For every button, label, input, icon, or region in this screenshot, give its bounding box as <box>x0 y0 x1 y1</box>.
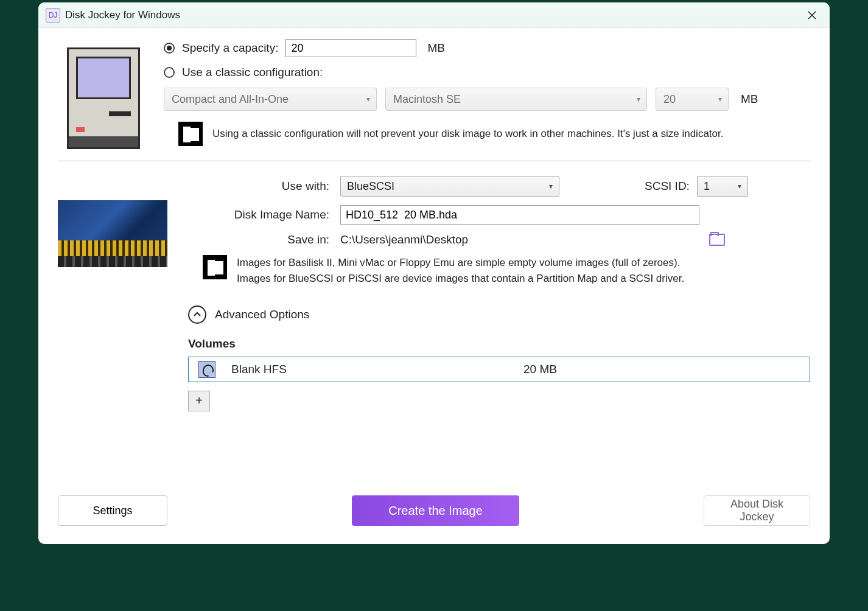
chevron-up-icon <box>188 306 206 324</box>
browse-folder-button[interactable] <box>709 234 725 246</box>
settings-button[interactable]: Settings <box>58 495 167 526</box>
window-title: Disk Jockey for Windows <box>65 9 180 21</box>
imagename-label: Disk Image Name: <box>188 208 340 222</box>
classic-config-label: Use a classic configuration: <box>182 66 323 79</box>
usewith-dropdown[interactable]: BlueSCSI ▾ <box>340 176 559 197</box>
volumes-table: Blank HFS 20 MB <box>188 357 810 382</box>
bluescsi-illustration <box>58 173 173 411</box>
close-button[interactable] <box>802 5 822 26</box>
app-window: DJ Disk Jockey for Windows S <box>38 2 830 544</box>
volumes-heading: Volumes <box>188 337 810 351</box>
usewith-value: BlueSCSI <box>347 180 394 193</box>
advanced-options-toggle[interactable]: Advanced Options <box>188 306 810 324</box>
savein-path: C:\Users\jeanmi\Desktop <box>340 233 468 246</box>
volume-name: Blank HFS <box>231 363 523 376</box>
classic-size-unit: MB <box>741 93 758 106</box>
close-icon <box>807 10 817 20</box>
scsi-id-dropdown[interactable]: 1 ▾ <box>697 176 748 197</box>
capacity-unit: MB <box>427 41 445 55</box>
classic-model-value: Macintosh SE <box>393 93 461 106</box>
classic-size-dropdown[interactable]: 20 ▾ <box>656 88 729 111</box>
image-type-info: Images for Basilisk II, Mini vMac or Flo… <box>237 255 684 287</box>
capacity-input[interactable] <box>285 39 416 57</box>
volume-row[interactable]: Blank HFS 20 MB <box>189 357 810 382</box>
specify-capacity-label: Specify a capacity: <box>182 41 278 55</box>
classic-model-dropdown[interactable]: Macintosh SE ▾ <box>385 88 647 111</box>
radio-classic-config[interactable] <box>164 67 175 78</box>
usewith-label: Use with: <box>188 180 340 193</box>
scsi-id-label: SCSI ID: <box>645 180 690 193</box>
advanced-options-label: Advanced Options <box>215 308 309 321</box>
volume-size: 20 MB <box>523 363 557 376</box>
finder-icon <box>198 361 215 378</box>
info-icon <box>203 255 227 279</box>
classic-info-text: Using a classic configuration will not p… <box>212 126 723 142</box>
radio-specify-capacity[interactable] <box>164 43 175 54</box>
chevron-down-icon: ▾ <box>718 95 722 103</box>
separator <box>58 161 810 161</box>
classic-category-value: Compact and All-In-One <box>172 93 289 106</box>
savein-label: Save in: <box>188 233 340 246</box>
titlebar: DJ Disk Jockey for Windows <box>38 2 830 28</box>
about-button[interactable]: About Disk Jockey <box>704 495 810 526</box>
classic-mac-illustration <box>58 39 149 146</box>
chevron-down-icon: ▾ <box>366 95 370 103</box>
chevron-down-icon: ▾ <box>738 182 741 190</box>
chevron-down-icon: ▾ <box>549 182 553 190</box>
add-volume-button[interactable]: + <box>188 391 210 411</box>
imagename-input[interactable] <box>340 205 699 225</box>
classic-size-value: 20 <box>663 93 676 106</box>
classic-category-dropdown[interactable]: Compact and All-In-One ▾ <box>164 88 377 111</box>
chevron-down-icon: ▾ <box>637 95 640 103</box>
info-icon <box>178 122 203 146</box>
app-icon: DJ <box>46 8 60 23</box>
create-image-button[interactable]: Create the Image <box>352 495 519 526</box>
scsi-id-value: 1 <box>704 180 710 193</box>
